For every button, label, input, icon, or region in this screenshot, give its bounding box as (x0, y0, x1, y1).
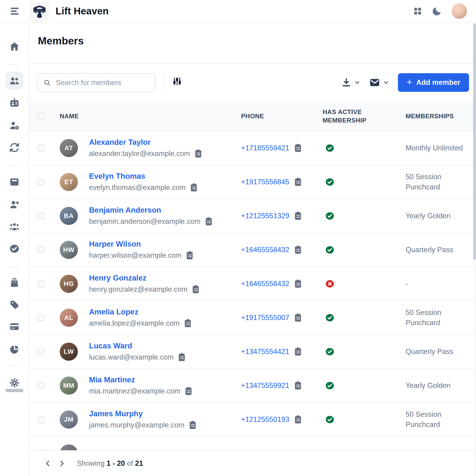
member-name-link[interactable]: Lucas Ward (89, 341, 186, 350)
member-avatar: ET (60, 173, 78, 191)
member-phone-link[interactable]: +13475554421 (241, 347, 289, 356)
member-name-link[interactable]: Evelyn Thomas (89, 172, 198, 181)
member-avatar: AL (60, 309, 78, 327)
table-row: HW Harper Wilson harper.wilson@example.c… (29, 233, 476, 267)
sidebar-item-reports[interactable] (6, 340, 23, 358)
copy-phone-clipboard-icon[interactable] (294, 381, 302, 390)
member-name-link[interactable]: James Murphy (89, 409, 197, 418)
members-toolbar: + Add member (29, 64, 476, 102)
sidebar (0, 23, 29, 476)
member-phone-link[interactable]: +12125550193 (241, 415, 289, 424)
member-email-line: james.murphy@example.com (89, 421, 197, 430)
active-check-icon (325, 211, 334, 220)
sidebar-item-staff[interactable] (6, 117, 23, 134)
copy-phone-clipboard-icon[interactable] (294, 245, 302, 255)
copy-phone-clipboard-icon[interactable] (294, 143, 302, 153)
member-name-link[interactable]: Henry Gonzalez (89, 273, 200, 282)
sidebar-item-shop[interactable] (6, 273, 23, 291)
copy-phone-clipboard-icon[interactable] (294, 347, 302, 356)
export-dropdown[interactable] (341, 77, 361, 88)
previous-page-button[interactable] (43, 458, 53, 469)
moon-icon[interactable] (432, 6, 442, 16)
member-avatar: HG (60, 275, 78, 293)
member-name-link[interactable]: Harper Wilson (89, 240, 194, 248)
member-phone-link[interactable]: +13475559921 (241, 381, 289, 390)
copy-phone-clipboard-icon[interactable] (294, 177, 302, 187)
sidebar-item-memberships[interactable] (6, 94, 23, 112)
copy-email-clipboard-icon[interactable] (192, 285, 200, 294)
hamburger-menu-icon[interactable] (11, 8, 18, 15)
filter-sliders-icon[interactable] (172, 76, 182, 86)
copy-email-clipboard-icon[interactable] (178, 353, 186, 362)
row-checkbox[interactable] (37, 314, 44, 321)
copy-email-clipboard-icon[interactable] (194, 149, 202, 158)
copy-email-clipboard-icon[interactable] (190, 183, 198, 192)
search-box[interactable] (37, 73, 155, 92)
sidebar-item-add-person[interactable] (6, 196, 23, 213)
member-name-link[interactable]: Benjamin Anderson (89, 206, 213, 215)
row-checkbox[interactable] (37, 348, 44, 355)
row-checkbox[interactable] (37, 145, 44, 152)
member-name-link[interactable]: Alexander Taylor (89, 138, 202, 147)
copy-phone-clipboard-icon[interactable] (294, 211, 302, 221)
copy-email-clipboard-icon[interactable] (184, 319, 192, 328)
mail-icon (369, 77, 380, 88)
scrollbar-thumb[interactable] (473, 23, 476, 260)
credit-card-icon (9, 321, 20, 332)
user-avatar[interactable] (451, 3, 467, 19)
member-avatar: LW (60, 343, 78, 361)
select-all-checkbox[interactable] (37, 113, 44, 120)
sidebar-item-tags[interactable] (6, 296, 23, 314)
table-row: ID Isabella Davis (29, 437, 476, 450)
member-name-link[interactable]: Mia Martinez (89, 375, 192, 384)
vertical-scrollbar[interactable] (473, 23, 476, 476)
row-checkbox[interactable] (37, 246, 44, 253)
active-check-icon (325, 381, 334, 390)
member-avatar: AT (60, 139, 78, 157)
member-phone-link[interactable]: +16465558432 (241, 246, 289, 254)
sidebar-item-calendar[interactable] (6, 173, 23, 191)
copy-phone-clipboard-icon[interactable] (294, 313, 302, 322)
sidebar-item-payments[interactable] (6, 318, 23, 335)
active-check-icon (325, 178, 334, 187)
member-phone-link[interactable]: +19175556845 (241, 178, 289, 186)
sidebar-item-home[interactable] (6, 38, 23, 55)
home-icon (9, 41, 20, 52)
apps-grid-icon[interactable] (413, 6, 423, 16)
copy-phone-clipboard-icon[interactable] (294, 279, 302, 289)
row-checkbox[interactable] (37, 212, 44, 220)
add-member-button[interactable]: + Add member (398, 73, 469, 92)
copy-phone-clipboard-icon[interactable] (294, 415, 302, 424)
next-page-button[interactable] (56, 458, 67, 469)
sidebar-item-checkins[interactable] (6, 240, 23, 257)
active-check-icon (325, 245, 334, 254)
email-dropdown[interactable] (369, 77, 390, 88)
copy-email-clipboard-icon[interactable] (189, 421, 197, 430)
download-icon (341, 77, 351, 88)
row-checkbox[interactable] (37, 178, 44, 186)
calendar-icon (9, 176, 20, 187)
member-membership: Yearly Golden (406, 380, 476, 391)
member-name-link[interactable]: Amelia Lopez (89, 307, 192, 316)
member-phone-link[interactable]: +19175555007 (241, 314, 289, 322)
table-row: AL Amelia Lopez amelia.lopez@example.com (29, 301, 476, 335)
member-membership: 50 Session Punchcard (406, 307, 476, 328)
member-membership: Monthly Unlimited (406, 143, 476, 153)
sidebar-item-members[interactable] (6, 72, 23, 89)
sidebar-item-renewals[interactable] (6, 139, 23, 156)
member-phone-link[interactable]: +17185559421 (241, 144, 289, 152)
member-email: alexander.taylor@example.com (89, 150, 190, 158)
member-phone-link[interactable]: +16465558432 (241, 280, 289, 288)
copy-email-clipboard-icon[interactable] (185, 387, 192, 396)
copy-email-clipboard-icon[interactable] (186, 251, 194, 260)
chevron-left-icon (44, 460, 51, 467)
copy-email-clipboard-icon[interactable] (205, 217, 213, 226)
row-checkbox[interactable] (37, 382, 44, 389)
sidebar-item-groups[interactable] (6, 218, 23, 236)
active-check-icon (325, 313, 334, 322)
search-input[interactable] (56, 79, 150, 87)
row-checkbox[interactable] (37, 416, 44, 423)
member-phone-link[interactable]: +12125551329 (241, 212, 289, 220)
member-email: harper.wilson@example.com (89, 251, 182, 260)
row-checkbox[interactable] (37, 280, 44, 287)
